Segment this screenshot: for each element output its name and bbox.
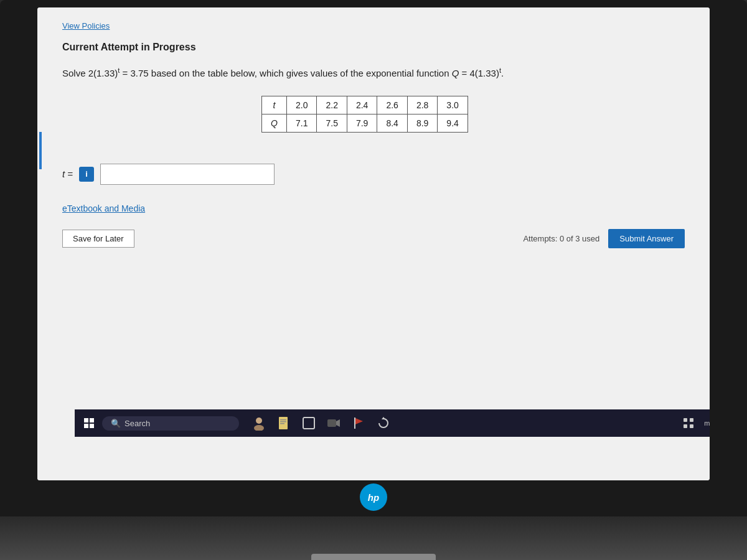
search-icon: 🔍 <box>111 419 121 428</box>
taskbar-right-icons: mdp ? <box>680 414 710 432</box>
start-button[interactable] <box>80 414 98 432</box>
etextbook-link[interactable]: eTextbook and Media <box>62 203 685 213</box>
svg-rect-13 <box>690 418 693 422</box>
svg-marker-10 <box>355 418 363 424</box>
values-table: t 2.0 2.2 2.4 2.6 2.8 3.0 Q 7.1 7.5 7.9 … <box>261 96 468 133</box>
table-cell-q4: 8.4 <box>377 114 407 132</box>
apps-grid-icon[interactable] <box>680 414 697 432</box>
taskbar-icons <box>249 413 393 433</box>
section-title: Current Attempt in Progress <box>62 42 685 53</box>
svg-rect-5 <box>280 423 284 424</box>
table-header-t: t <box>262 96 287 114</box>
attempts-and-submit: Attempts: 0 of 3 used Submit Answer <box>523 229 685 248</box>
table-cell-t5: 2.8 <box>407 96 437 114</box>
user-avatar-icon[interactable] <box>249 413 269 433</box>
hp-logo-area: hp <box>358 482 389 513</box>
screen: View Policies Current Attempt in Progres… <box>37 7 710 480</box>
problem-period: . <box>501 68 504 78</box>
svg-rect-9 <box>354 418 355 429</box>
search-label: Search <box>125 419 150 428</box>
laptop-bottom-bezel <box>0 516 747 560</box>
window-icon[interactable] <box>299 413 319 433</box>
save-for-later-button[interactable]: Save for Later <box>62 230 134 248</box>
left-accent-bar <box>39 132 42 169</box>
svg-rect-6 <box>303 418 314 429</box>
windows-logo-icon <box>84 418 94 428</box>
table-cell-t3: 2.4 <box>347 96 377 114</box>
table-cell-q3: 7.9 <box>347 114 377 132</box>
table-cell-t4: 2.6 <box>377 96 407 114</box>
table-row-t: t 2.0 2.2 2.4 2.6 2.8 3.0 <box>262 96 468 114</box>
problem-q: Q <box>452 68 459 78</box>
table-cell-t6: 3.0 <box>438 96 467 114</box>
attempts-text: Attempts: 0 of 3 used <box>523 234 599 243</box>
table-cell-q1: 7.1 <box>287 114 317 132</box>
svg-rect-7 <box>327 419 336 427</box>
hp-logo: hp <box>360 483 387 511</box>
taskbar: 🔍 Search <box>75 409 710 437</box>
t-equals-label: t = <box>62 169 73 179</box>
table-row-q: Q 7.1 7.5 7.9 8.4 8.9 9.4 <box>262 114 468 132</box>
svg-marker-11 <box>382 417 385 419</box>
submit-answer-button[interactable]: Submit Answer <box>608 229 685 248</box>
flag-icon[interactable] <box>349 413 369 433</box>
info-icon[interactable]: i <box>79 167 94 182</box>
problem-text-part2: = 3.75 based on the table below, which g… <box>120 68 451 78</box>
math-table-wrapper: t 2.0 2.2 2.4 2.6 2.8 3.0 Q 7.1 7.5 7.9 … <box>261 96 685 133</box>
win-grid-cell-2 <box>90 418 94 422</box>
hp-support-icon[interactable]: mdp <box>702 414 710 432</box>
video-icon[interactable] <box>324 413 344 433</box>
win-grid-cell-1 <box>84 418 88 422</box>
laptop-notch <box>311 554 436 560</box>
svg-point-1 <box>254 425 264 431</box>
table-cell-q6: 9.4 <box>438 114 467 132</box>
table-cell-t1: 2.0 <box>287 96 317 114</box>
table-cell-t2: 2.2 <box>317 96 347 114</box>
problem-text-part1: Solve 2(1.33) <box>62 68 118 78</box>
table-cell-q5: 8.9 <box>407 114 437 132</box>
svg-rect-4 <box>280 421 286 422</box>
svg-marker-8 <box>336 419 340 427</box>
svg-rect-15 <box>690 424 693 428</box>
view-policies-link[interactable]: View Policies <box>62 21 110 30</box>
svg-rect-14 <box>684 424 687 428</box>
answer-row: t = i <box>62 164 685 185</box>
document-icon[interactable] <box>274 413 294 433</box>
problem-text-part3: = 4(1.33) <box>459 68 499 78</box>
svg-rect-12 <box>684 418 687 422</box>
table-cell-q2: 7.5 <box>317 114 347 132</box>
svg-point-0 <box>256 418 262 424</box>
table-header-q: Q <box>262 114 287 132</box>
answer-input[interactable] <box>100 164 275 185</box>
problem-statement: Solve 2(1.33)t = 3.75 based on the table… <box>62 65 685 81</box>
taskbar-search-bar[interactable]: 🔍 Search <box>102 416 239 431</box>
svg-rect-3 <box>280 419 286 421</box>
win-grid-cell-3 <box>84 424 88 428</box>
win-grid-cell-4 <box>90 424 94 428</box>
bottom-row: Save for Later Attempts: 0 of 3 used Sub… <box>62 229 685 248</box>
refresh-icon[interactable] <box>374 413 393 433</box>
